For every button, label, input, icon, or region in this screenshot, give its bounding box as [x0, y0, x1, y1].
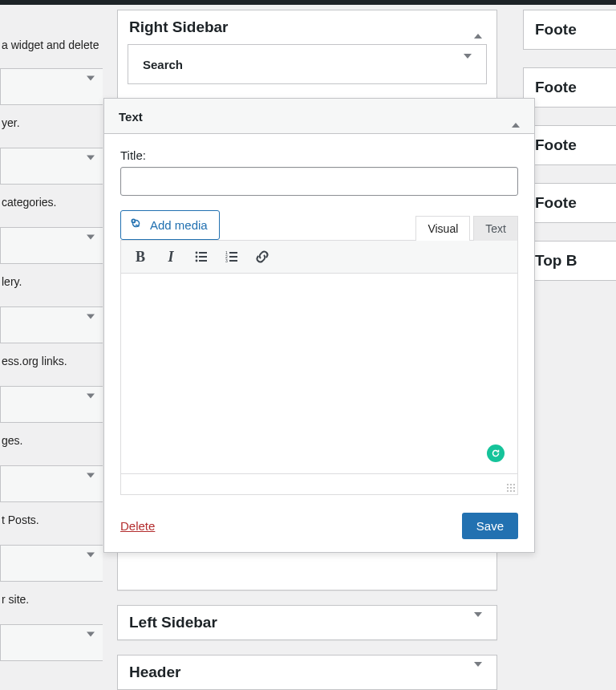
svg-rect-12	[229, 260, 237, 262]
svg-rect-6	[199, 260, 207, 262]
available-widgets-help-text: a widget and delete	[0, 37, 103, 54]
chevron-down-icon	[87, 160, 95, 172]
available-widget-item[interactable]	[0, 545, 103, 582]
widget-area[interactable]: Top B	[523, 241, 616, 281]
editor-toolbar: B I 123	[120, 240, 518, 274]
widget-area-left-sidebar: Left Sidebar	[117, 605, 497, 640]
bold-button[interactable]: B	[128, 244, 153, 270]
chevron-down-icon	[87, 81, 95, 93]
available-widget-desc: r site.	[0, 591, 103, 608]
available-widget-desc: lery.	[0, 274, 103, 290]
chevron-down-icon	[87, 240, 95, 252]
media-icon	[129, 217, 144, 233]
widget-area-header[interactable]: Left Sidebar	[118, 606, 496, 639]
chevron-down-icon	[87, 637, 95, 649]
widget-area-title: Foote	[535, 136, 577, 154]
widget-area-title: Right Sidebar	[129, 18, 229, 36]
chevron-down-icon	[87, 399, 95, 411]
widget-area-title: Left Sidebar	[129, 614, 217, 631]
link-button[interactable]	[249, 244, 275, 270]
add-media-label: Add media	[150, 218, 208, 232]
title-label: Title:	[120, 148, 518, 162]
bullet-list-button[interactable]	[188, 244, 214, 270]
widget-editor-header[interactable]: Text	[104, 99, 534, 134]
available-widget-item[interactable]	[0, 386, 103, 423]
content-editor[interactable]	[120, 274, 518, 474]
available-widget-item[interactable]	[0, 68, 103, 105]
widget-area-title: Top B	[535, 252, 577, 270]
chevron-down-icon	[87, 558, 95, 570]
widget-search[interactable]: Search	[128, 44, 487, 84]
widget-area[interactable]: Foote	[523, 67, 616, 108]
widget-area[interactable]: Foote	[523, 10, 616, 50]
chevron-down-icon	[87, 319, 95, 331]
widget-label: Search	[143, 58, 183, 71]
available-widget-item[interactable]	[0, 306, 103, 343]
resize-handle-icon[interactable]	[506, 483, 516, 493]
widget-area[interactable]: Foote	[523, 183, 616, 223]
chevron-up-icon	[474, 22, 482, 34]
available-widget-item[interactable]	[0, 465, 103, 502]
grammarly-icon[interactable]	[487, 444, 505, 462]
delete-link[interactable]: Delete	[120, 519, 155, 533]
available-widgets-column: a widget and delete yer. categories. ler…	[0, 5, 103, 690]
widget-editor-title: Text	[119, 110, 143, 124]
numbered-list-button[interactable]: 123	[219, 244, 245, 270]
widget-area[interactable]: Foote	[523, 125, 616, 165]
widget-area-title: Foote	[535, 21, 577, 39]
tab-visual[interactable]: Visual	[415, 216, 470, 241]
widget-area-title: Header	[129, 664, 180, 681]
svg-point-5	[196, 260, 198, 262]
italic-button[interactable]: I	[158, 244, 184, 270]
available-widget-item[interactable]	[0, 227, 103, 264]
widget-area-title: Foote	[535, 79, 577, 96]
svg-rect-4	[199, 256, 207, 258]
svg-point-3	[196, 256, 198, 258]
widget-area-header-area: Header	[117, 655, 497, 690]
chevron-down-icon	[464, 59, 472, 71]
chevron-down-icon	[474, 617, 482, 629]
svg-rect-2	[199, 252, 207, 254]
chevron-down-icon	[474, 667, 482, 679]
svg-text:3: 3	[225, 258, 228, 263]
available-widget-item[interactable]	[0, 624, 103, 661]
chevron-up-icon	[512, 111, 520, 123]
save-button[interactable]: Save	[462, 513, 518, 539]
widget-area-title: Foote	[535, 194, 577, 212]
title-input[interactable]	[120, 167, 518, 196]
widget-area-header[interactable]: Header	[118, 656, 496, 689]
available-widget-item[interactable]	[0, 148, 103, 185]
widget-area-header[interactable]: Right Sidebar	[118, 10, 496, 44]
svg-rect-8	[229, 252, 237, 254]
available-widget-desc: ess.org links.	[0, 353, 103, 370]
available-widget-desc: ges.	[0, 432, 103, 449]
add-media-button[interactable]: Add media	[120, 210, 220, 240]
svg-point-1	[196, 252, 198, 254]
available-widget-desc: categories.	[0, 194, 103, 211]
editor-path-bar	[120, 474, 518, 495]
svg-rect-10	[229, 256, 237, 258]
widget-text-editor: Text Title: Add media Visual Text	[103, 98, 535, 553]
tab-text[interactable]: Text	[473, 216, 518, 241]
available-widget-desc: t Posts.	[0, 512, 103, 529]
available-widget-desc: yer.	[0, 115, 103, 132]
chevron-down-icon	[87, 478, 95, 490]
